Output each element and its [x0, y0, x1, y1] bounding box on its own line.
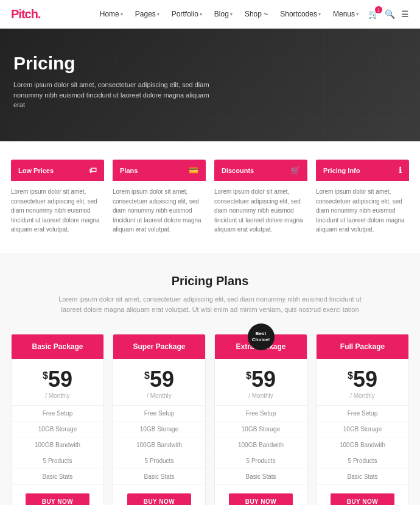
plan-price-block-3: $59 / Monthly: [317, 359, 408, 406]
nav-blog-label: Blog: [214, 10, 229, 18]
currency-symbol-3: $: [348, 370, 353, 381]
feature-title-0: Low Prices: [18, 167, 54, 174]
logo[interactable]: Pitch.: [11, 7, 40, 21]
chevron-down-icon: ▾: [230, 12, 233, 17]
navbar: Pitch. Home ▾ Pages ▾ Portfolio ▾ Blog ▾…: [0, 0, 420, 29]
plan-period-0: / Monthly: [18, 392, 97, 399]
plan-footer-0: BUY NOW: [12, 485, 103, 505]
hero-title: Pricing: [13, 53, 407, 74]
feature-header-0: Low Prices 🏷: [11, 160, 104, 181]
hero-description: Lorem ipsum dolor sit amet, consectetuer…: [13, 80, 220, 110]
plan-header-0: Basic Package: [12, 334, 103, 359]
chevron-down-icon: ▾: [356, 12, 359, 17]
plan-period-2: / Monthly: [221, 392, 301, 399]
plan-period-3: / Monthly: [323, 392, 402, 399]
nav-home-label: Home: [100, 10, 119, 18]
feature-header-1: Plans 💳: [113, 160, 206, 181]
feature-title-3: Pricing Info: [323, 167, 360, 174]
feature-icon-1: 💳: [189, 166, 198, 175]
feature-card-3: Pricing Info ℹ Lorem ipsum dolor sit ame…: [316, 160, 409, 235]
plan-feature-1-4: Basic Stats: [113, 469, 205, 485]
plan-card-2: Best Choice! Extra Package $59 / Monthly…: [214, 334, 307, 505]
nav-item-pages[interactable]: Pages ▾: [130, 10, 164, 18]
cart-icon[interactable]: 🛒 1: [368, 9, 379, 19]
plan-price-block-2: $59 / Monthly: [215, 359, 307, 406]
currency-symbol-1: $: [144, 370, 150, 381]
plan-feature-1-2: 100GB Bandwith: [113, 437, 205, 453]
plan-header-1: Super Package: [113, 334, 205, 359]
plan-feature-1-1: 10GB Storage: [113, 422, 205, 437]
plan-footer-2: BUY NOW: [215, 485, 307, 505]
plan-feature-3-0: Free Setup: [317, 406, 408, 422]
buy-now-button-2[interactable]: BUY NOW: [229, 493, 293, 505]
plan-price-3: $59: [323, 369, 402, 390]
buy-now-button-3[interactable]: BUY NOW: [331, 493, 394, 505]
feature-card-1: Plans 💳 Lorem ipsum dolor sit amet, cons…: [113, 160, 206, 235]
features-grid: Low Prices 🏷 Lorem ipsum dolor sit amet,…: [11, 160, 409, 235]
nav-item-portfolio[interactable]: Portfolio ▾: [167, 10, 207, 18]
nav-item-menus[interactable]: Menus ▾: [328, 10, 363, 18]
plan-features-list-2: Free Setup 10GB Storage 100GB Bandwith 5…: [215, 406, 307, 485]
chevron-down-icon: ▾: [318, 12, 321, 17]
feature-body-3: Lorem ipsum dolor sit amet, consectetuer…: [316, 181, 409, 235]
plan-feature-0-1: 10GB Storage: [12, 422, 103, 437]
feature-card-0: Low Prices 🏷 Lorem ipsum dolor sit amet,…: [11, 160, 104, 235]
hamburger-menu-icon[interactable]: ☰: [401, 9, 409, 19]
chevron-down-icon: ▾: [157, 12, 159, 17]
nav-shortcodes-label: Shortcodes: [280, 10, 317, 18]
plan-features-list-1: Free Setup 10GB Storage 100GB Bandwith 5…: [113, 406, 205, 485]
nav-item-shop[interactable]: Shop ~: [240, 10, 273, 18]
currency-symbol-2: $: [246, 370, 251, 381]
feature-body-2: Lorem ipsum dolor sit amet, consectetuer…: [214, 181, 307, 235]
plan-price-0: $59: [18, 369, 97, 390]
chevron-down-icon: ▾: [121, 12, 123, 17]
currency-symbol-0: $: [43, 370, 48, 381]
cart-badge: 1: [375, 6, 382, 13]
plans-grid: Basic Package $59 / Monthly Free Setup 1…: [11, 334, 409, 505]
nav-pages-label: Pages: [135, 10, 156, 18]
feature-title-2: Discounts: [222, 167, 254, 174]
buy-now-button-1[interactable]: BUY NOW: [127, 493, 191, 505]
plan-feature-0-4: Basic Stats: [12, 469, 103, 485]
feature-card-2: Discounts 🛒 Lorem ipsum dolor sit amet, …: [214, 160, 307, 235]
plan-feature-2-3: 5 Products: [215, 453, 307, 469]
plan-feature-2-0: Free Setup: [215, 406, 307, 422]
plan-footer-3: BUY NOW: [317, 485, 408, 505]
plan-feature-0-0: Free Setup: [12, 406, 103, 422]
plan-features-list-0: Free Setup 10GB Storage 100GB Bandwith 5…: [12, 406, 103, 485]
plan-features-list-3: Free Setup 10GB Storage 100GB Bandwith 5…: [317, 406, 408, 485]
nav-menus-label: Menus: [333, 10, 355, 18]
plan-feature-2-1: 10GB Storage: [215, 422, 307, 437]
search-icon[interactable]: 🔍: [385, 9, 395, 19]
features-section: Low Prices 🏷 Lorem ipsum dolor sit amet,…: [0, 141, 420, 253]
feature-header-3: Pricing Info ℹ: [316, 160, 409, 181]
best-choice-badge: Best Choice!: [248, 323, 275, 350]
pricing-section-title: Pricing Plans: [11, 274, 409, 288]
plan-feature-1-3: 5 Products: [113, 453, 205, 469]
plan-feature-1-0: Free Setup: [113, 406, 205, 422]
chevron-down-icon: ▾: [200, 12, 202, 17]
logo-dot: .: [38, 7, 41, 21]
nav-item-home[interactable]: Home ▾: [95, 10, 128, 18]
nav-item-blog[interactable]: Blog ▾: [209, 10, 237, 18]
plan-header-3: Full Package: [317, 334, 408, 359]
plan-card-0: Basic Package $59 / Monthly Free Setup 1…: [11, 334, 104, 505]
buy-now-button-0[interactable]: BUY NOW: [26, 493, 89, 505]
plan-price-block-1: $59 / Monthly: [113, 359, 205, 406]
hero-content: Pricing Lorem ipsum dolor sit amet, cons…: [0, 29, 420, 122]
nav-portfolio-label: Portfolio: [172, 10, 198, 18]
plan-card-1: Super Package $59 / Monthly Free Setup 1…: [113, 334, 206, 505]
feature-icon-2: 🛒: [290, 166, 300, 175]
plan-feature-0-2: 100GB Bandwith: [12, 437, 103, 453]
nav-links: Home ▾ Pages ▾ Portfolio ▾ Blog ▾ Shop ~…: [95, 10, 363, 18]
feature-header-2: Discounts 🛒: [214, 160, 307, 181]
plan-feature-2-2: 100GB Bandwith: [215, 437, 307, 453]
nav-item-shortcodes[interactable]: Shortcodes ▾: [275, 10, 326, 18]
hero-section: Pricing Lorem ipsum dolor sit amet, cons…: [0, 29, 420, 141]
plan-card-3: Full Package $59 / Monthly Free Setup 10…: [316, 334, 409, 505]
nav-shop-label: Shop ~: [245, 10, 268, 18]
plan-feature-3-1: 10GB Storage: [317, 422, 408, 437]
plan-footer-1: BUY NOW: [113, 485, 205, 505]
pricing-section-description: Lorem ipsum dolor sit amet, consectetuer…: [58, 294, 362, 316]
feature-title-1: Plans: [120, 167, 138, 174]
